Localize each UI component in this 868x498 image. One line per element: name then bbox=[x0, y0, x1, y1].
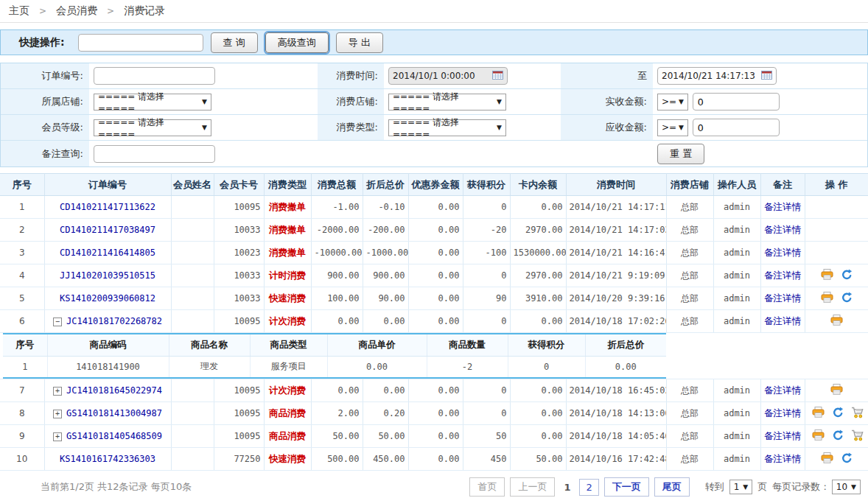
order-no-link[interactable]: KS1410200939060812 bbox=[60, 293, 155, 304]
receivable-amount-input[interactable] bbox=[693, 119, 780, 136]
remark-detail-link[interactable]: 备注详情 bbox=[764, 270, 801, 281]
subtable-column-header-4: 商品单价 bbox=[327, 334, 427, 356]
member-level-select[interactable]: ===== 请选择 =====▼ bbox=[94, 119, 211, 136]
actual-amount-operator-select[interactable]: >=▼ bbox=[657, 94, 688, 111]
consume-store: 总部 bbox=[666, 287, 713, 310]
print-icon[interactable] bbox=[830, 384, 843, 397]
remark-cell: 备注详情 bbox=[760, 379, 805, 402]
order-no-link[interactable]: GS1410181413004987 bbox=[66, 408, 162, 418]
print-icon[interactable] bbox=[812, 429, 825, 443]
order-no-link[interactable]: GS1410181405468509 bbox=[66, 431, 162, 441]
remark-detail-link[interactable]: 备注详情 bbox=[764, 315, 801, 326]
undo-icon[interactable] bbox=[841, 452, 853, 466]
coupon-amount: 0.00 bbox=[408, 264, 463, 287]
cart-icon[interactable] bbox=[851, 429, 864, 443]
last-page-button[interactable]: 尾页 bbox=[654, 477, 690, 497]
member-name bbox=[171, 448, 214, 471]
actual-amount-input[interactable] bbox=[693, 93, 780, 111]
next-page-button[interactable]: 下一页 bbox=[604, 477, 649, 497]
points-earned: 0 bbox=[463, 196, 510, 219]
breadcrumb-member-consume[interactable]: 会员消费 bbox=[56, 4, 97, 18]
own-store-select[interactable]: ===== 请选择 =====▼ bbox=[94, 94, 211, 111]
order-no-link[interactable]: JJ1410201039510515 bbox=[60, 270, 155, 281]
remark-detail-link[interactable]: 备注详情 bbox=[764, 453, 801, 464]
page-number-link[interactable]: 2 bbox=[579, 479, 598, 496]
coupon-amount: 0.00 bbox=[408, 448, 463, 471]
filter-panel: 订单编号: 消费时间: 2014/10/1 0:00:00 至 2014/10/… bbox=[0, 63, 868, 167]
print-icon[interactable] bbox=[821, 452, 833, 466]
operator: admin bbox=[713, 242, 760, 264]
column-header-6: 折后总价 bbox=[363, 174, 408, 196]
consume-store-select[interactable]: ===== 请选择 =====▼ bbox=[388, 94, 506, 111]
print-icon[interactable] bbox=[821, 269, 833, 282]
order-no-link[interactable]: KS1410161742336303 bbox=[60, 454, 155, 464]
consume-time-from-input[interactable]: 2014/10/1 0:00:00 bbox=[388, 67, 508, 85]
remark-detail-link[interactable]: 备注详情 bbox=[764, 201, 801, 212]
advanced-query-button[interactable]: 高级查询 bbox=[265, 32, 329, 53]
goto-page-select[interactable]: 1▼ bbox=[729, 480, 753, 494]
order-no-link[interactable]: CD1410211417038497 bbox=[60, 225, 155, 235]
order-no-link[interactable]: CD1410211416414805 bbox=[60, 248, 155, 258]
print-icon[interactable] bbox=[830, 315, 843, 328]
expand-toggle-icon[interactable]: + bbox=[53, 387, 62, 396]
chevron-down-icon: ▼ bbox=[679, 98, 684, 105]
consume-type: 商品消费 bbox=[264, 425, 311, 448]
breadcrumb: 主页 > 会员消费 > 消费记录 bbox=[0, 0, 868, 23]
reset-button[interactable]: 重 置 bbox=[657, 144, 704, 164]
remark-detail-link[interactable]: 备注详情 bbox=[764, 247, 801, 258]
undo-icon[interactable] bbox=[832, 407, 844, 421]
expand-toggle-icon[interactable]: + bbox=[53, 410, 62, 418]
remark-detail-link[interactable]: 备注详情 bbox=[764, 292, 801, 304]
remark-detail-link[interactable]: 备注详情 bbox=[764, 407, 801, 418]
remark-detail-link[interactable]: 备注详情 bbox=[764, 430, 801, 441]
order-no-cell: +GS1410181405468509 bbox=[44, 425, 171, 448]
consume-type-text: 商品消费 bbox=[269, 430, 306, 441]
card-balance: 0.00 bbox=[510, 379, 566, 402]
coupon-amount: 0.00 bbox=[408, 425, 463, 448]
filter-row-2: 所属店铺: ===== 请选择 =====▼ 消费店铺: ===== 请选择 =… bbox=[1, 89, 867, 115]
export-button[interactable]: 导 出 bbox=[336, 32, 383, 53]
query-button[interactable]: 查 询 bbox=[211, 32, 258, 53]
undo-icon[interactable] bbox=[841, 292, 853, 306]
remark-detail-link[interactable]: 备注详情 bbox=[764, 224, 801, 235]
column-header-7: 优惠券金额 bbox=[408, 174, 463, 196]
per-page-select[interactable]: 10▼ bbox=[832, 480, 861, 494]
subtable-cell-3: 服务项目 bbox=[250, 356, 327, 378]
consume-time: 2014/10/21 9:19:09 bbox=[566, 264, 666, 287]
table-row: 7+JC141018164502297410095计次消费0.000.000.0… bbox=[0, 379, 868, 402]
order-no-link[interactable]: JC1410181702268782 bbox=[66, 316, 162, 326]
total-amount: -10000.00 bbox=[311, 242, 363, 264]
calendar-icon[interactable] bbox=[492, 70, 503, 82]
chevron-down-icon: ▼ bbox=[497, 124, 502, 131]
subtable-cell-0: 1 bbox=[3, 356, 47, 378]
order-no-input[interactable] bbox=[94, 67, 215, 85]
consume-type-select[interactable]: ===== 请选择 =====▼ bbox=[388, 119, 506, 136]
coupon-amount: 0.00 bbox=[408, 196, 463, 219]
undo-icon[interactable] bbox=[841, 269, 853, 283]
consume-time: 2014/10/21 14:17:11 bbox=[566, 196, 666, 219]
print-icon[interactable] bbox=[812, 407, 825, 420]
quick-search-input[interactable] bbox=[78, 34, 203, 52]
order-no-link[interactable]: CD1410211417113622 bbox=[60, 202, 155, 212]
consume-time: 2014/10/21 14:17:03 bbox=[566, 219, 666, 242]
consume-time: 2014/10/20 9:39:16 bbox=[566, 287, 666, 310]
undo-icon[interactable] bbox=[832, 429, 844, 443]
collapse-toggle-icon[interactable]: − bbox=[53, 318, 62, 326]
expand-toggle-icon[interactable]: + bbox=[53, 432, 62, 441]
member-name bbox=[171, 264, 214, 287]
remark-detail-link[interactable]: 备注详情 bbox=[764, 385, 801, 396]
remark-query-input[interactable] bbox=[94, 145, 215, 163]
points-earned: -100 bbox=[463, 242, 510, 264]
order-no-link[interactable]: JC1410181645022974 bbox=[66, 385, 162, 396]
breadcrumb-home[interactable]: 主页 bbox=[9, 4, 29, 18]
cart-icon[interactable] bbox=[851, 407, 864, 421]
column-header-1: 订单编号 bbox=[44, 174, 171, 196]
calendar-icon[interactable] bbox=[761, 70, 772, 82]
consume-store: 总部 bbox=[666, 310, 713, 333]
quick-action-label: 快捷操作: bbox=[19, 36, 65, 49]
consume-time-to-input[interactable]: 2014/10/21 14:17:13 bbox=[657, 67, 777, 85]
print-icon[interactable] bbox=[821, 292, 833, 305]
member-card-no: 10095 bbox=[214, 379, 264, 402]
receivable-amount-operator-select[interactable]: >=▼ bbox=[657, 119, 688, 136]
column-header-8: 获得积分 bbox=[463, 174, 510, 196]
